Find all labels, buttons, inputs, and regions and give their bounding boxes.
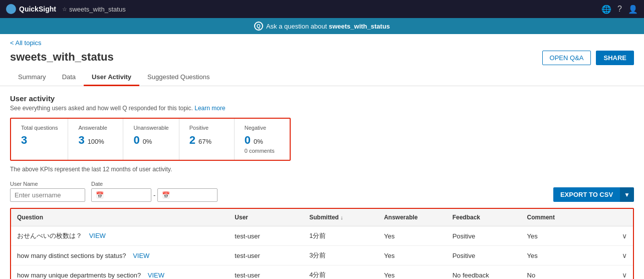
title-row: sweets_with_status OPEN Q&A SHARE: [0, 49, 644, 69]
question-cell: how many unique departments by section? …: [11, 265, 229, 280]
date-range: 📅 - 📅: [91, 188, 218, 202]
top-bar-left: QuickSight ☆ sweets_with_status: [6, 4, 126, 14]
col-answerable-header: Answerable: [378, 209, 447, 226]
export-csv-dropdown[interactable]: ▼: [620, 187, 634, 202]
kpi-unanswerable-label: Unanswerable: [133, 125, 168, 131]
kpi-container: Total questions 3 Answerable 3 100% Unan…: [10, 118, 291, 161]
star-icon: ☆: [62, 6, 67, 13]
tabs: Summary Data User Activity Suggested Que…: [0, 69, 644, 86]
feedback-cell: Positive: [447, 226, 521, 246]
user-cell: test-user: [229, 246, 303, 265]
feedback-cell: Positive: [447, 246, 521, 265]
top-bar-topic: ☆ sweets_with_status: [62, 6, 126, 13]
share-button[interactable]: SHARE: [596, 51, 634, 65]
table-row: how many distinct sections by status? VI…: [11, 246, 633, 265]
title-buttons: OPEN Q&A SHARE: [542, 51, 634, 65]
kpi-answerable-number: 3: [78, 134, 84, 147]
submitted-cell: 4分前: [303, 265, 378, 280]
view-link[interactable]: VIEW: [148, 271, 164, 279]
table-row: how many unique departments by section? …: [11, 265, 633, 280]
row-expand-cell[interactable]: ∨: [595, 265, 633, 280]
date-to-input[interactable]: 📅: [157, 188, 218, 202]
comment-cell: Yes: [521, 226, 596, 246]
kpi-negative: Negative 0 0% 0 comments: [235, 119, 290, 160]
kpi-negative-percent: 0%: [254, 138, 263, 145]
kpi-answerable-value: 3 100%: [78, 134, 113, 147]
top-bar: QuickSight ☆ sweets_with_status 🌐 ? 👤: [0, 0, 644, 18]
q-banner[interactable]: Q Ask a question about sweets_with_statu…: [0, 18, 644, 34]
data-table-wrapper: Question User Submitted ↓ Answerable Fee…: [10, 208, 634, 279]
calendar-icon-2: 📅: [162, 191, 170, 199]
all-topics-link[interactable]: < All topics: [10, 39, 634, 47]
user-icon[interactable]: 👤: [628, 5, 638, 14]
table-row: おせんべいの枚数は？ VIEW test-user 1分前 Yes Positi…: [11, 226, 633, 246]
banner-text: Ask a question about sweets_with_status: [266, 23, 390, 30]
kpi-total-label: Total questions: [21, 125, 58, 131]
kpi-unanswerable-value: 0 0%: [133, 134, 168, 147]
kpi-negative-sub: 0 comments: [245, 148, 280, 154]
help-icon[interactable]: ?: [617, 5, 622, 14]
answerable-cell: Yes: [378, 265, 447, 280]
view-link[interactable]: VIEW: [89, 232, 106, 239]
user-cell: test-user: [229, 226, 303, 246]
date-from-input[interactable]: 📅: [91, 188, 151, 202]
question-text: how many distinct sections by status?: [17, 252, 126, 259]
col-submitted-header[interactable]: Submitted ↓: [303, 209, 378, 226]
table-header-row: Question User Submitted ↓ Answerable Fee…: [11, 209, 633, 226]
tab-summary[interactable]: Summary: [10, 69, 54, 86]
tab-suggested-questions[interactable]: Suggested Questions: [139, 69, 218, 86]
section-subtitle: See everything users asked and how well …: [10, 105, 634, 112]
kpi-positive-percent: 67%: [198, 138, 211, 145]
feedback-cell: No feedback: [447, 265, 521, 280]
open-qa-button[interactable]: OPEN Q&A: [542, 51, 591, 65]
kpi-positive: Positive 2 67%: [179, 119, 235, 160]
col-question-header: Question: [11, 209, 229, 226]
kpi-negative-label: Negative: [245, 125, 280, 131]
kpi-unanswerable-number: 0: [133, 134, 139, 147]
col-expand-header: [595, 209, 633, 226]
view-link[interactable]: VIEW: [133, 252, 149, 259]
row-expand-cell[interactable]: ∨: [595, 226, 633, 246]
quicksight-logo: [6, 4, 16, 14]
sort-icon: ↓: [340, 214, 343, 220]
kpi-total-number: 3: [21, 134, 27, 147]
answerable-cell: Yes: [378, 226, 447, 246]
username-label: User Name: [10, 181, 85, 187]
username-filter: User Name: [10, 181, 85, 202]
globe-icon[interactable]: 🌐: [601, 5, 611, 14]
filters-row: User Name Date 📅 - 📅 EXPORT TO CSV ▼: [10, 181, 634, 202]
kpi-positive-number: 2: [189, 134, 195, 147]
section-title: User activity: [10, 94, 634, 103]
user-activity-section: User activity See everything users asked…: [0, 86, 644, 279]
kpi-unanswerable: Unanswerable 0 0%: [123, 119, 179, 160]
q-icon: Q: [254, 22, 263, 31]
kpi-answerable: Answerable 3 100%: [68, 119, 123, 160]
kpi-total-value: 3: [21, 134, 58, 147]
export-wrapper: EXPORT TO CSV ▼: [553, 187, 634, 202]
date-label: Date: [91, 181, 218, 187]
kpi-positive-label: Positive: [189, 125, 224, 131]
col-user-header: User: [229, 209, 303, 226]
kpi-unanswerable-percent: 0%: [143, 138, 152, 145]
date-separator: -: [153, 191, 155, 199]
submitted-cell: 1分前: [303, 226, 378, 246]
comment-cell: Yes: [521, 246, 596, 265]
breadcrumb-area: < All topics: [0, 34, 644, 49]
kpi-negative-number: 0: [245, 134, 251, 147]
learn-more-link[interactable]: Learn more: [194, 105, 225, 112]
expand-icon: ∨: [622, 232, 627, 240]
kpi-answerable-percent: 100%: [88, 138, 104, 145]
row-expand-cell[interactable]: ∨: [595, 246, 633, 265]
tab-data[interactable]: Data: [54, 69, 84, 86]
submitted-cell: 3分前: [303, 246, 378, 265]
user-cell: test-user: [229, 265, 303, 280]
export-csv-button[interactable]: EXPORT TO CSV: [553, 187, 620, 202]
username-input[interactable]: [10, 188, 85, 202]
comment-cell: No: [521, 265, 596, 280]
top-bar-right: 🌐 ? 👤: [601, 5, 638, 14]
page-title: sweets_with_status: [10, 51, 114, 64]
kpi-positive-value: 2 67%: [189, 134, 224, 147]
question-text: how many unique departments by section?: [17, 271, 141, 279]
main-content: < All topics sweets_with_status OPEN Q&A…: [0, 34, 644, 279]
tab-user-activity[interactable]: User Activity: [84, 69, 139, 86]
